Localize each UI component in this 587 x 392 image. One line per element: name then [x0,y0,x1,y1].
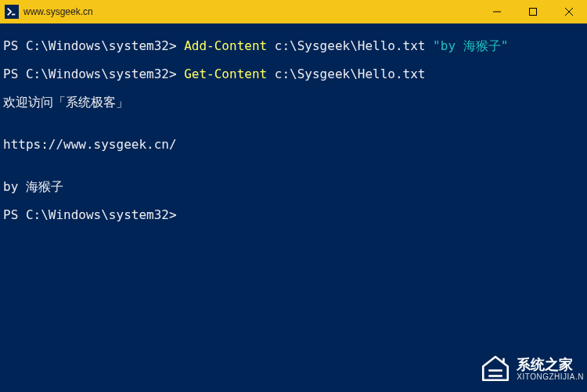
output-line: 欢迎访问「系统极客」 [3,95,584,110]
minimize-button[interactable] [479,0,515,23]
window-controls [479,0,587,23]
maximize-button[interactable] [515,0,551,23]
window-titlebar: www.sysgeek.cn [0,0,587,23]
watermark-title: 系统之家 [517,358,584,373]
prompt: PS C:\Windows\system32> [3,67,177,81]
argument: c:\Sysgeek\Hello.txt [275,38,426,53]
window-title: www.sysgeek.cn [23,6,479,17]
string-literal: "by 海猴子" [433,38,508,53]
argument: c:\Sysgeek\Hello.txt [275,67,426,81]
prompt: PS C:\Windows\system32> [3,38,177,53]
watermark-text: 系统之家 XITONGZHIJIA.N [517,358,584,382]
output-line: https://www.sysgeek.cn/ [3,138,584,152]
svg-rect-2 [530,9,537,16]
cmdlet: Get-Content [184,67,267,81]
output-line: by 海猴子 [3,180,584,194]
watermark: 系统之家 XITONGZHIJIA.N [479,351,584,387]
prompt: PS C:\Windows\system32> [3,207,177,222]
watermark-subtitle: XITONGZHIJIA.N [517,372,584,381]
close-button[interactable] [551,0,587,23]
cmdlet: Add-Content [184,38,267,53]
terminal-output[interactable]: PS C:\Windows\system32> Add-Content c:\S… [0,23,587,238]
powershell-icon [5,5,19,19]
watermark-logo-icon [479,351,512,387]
